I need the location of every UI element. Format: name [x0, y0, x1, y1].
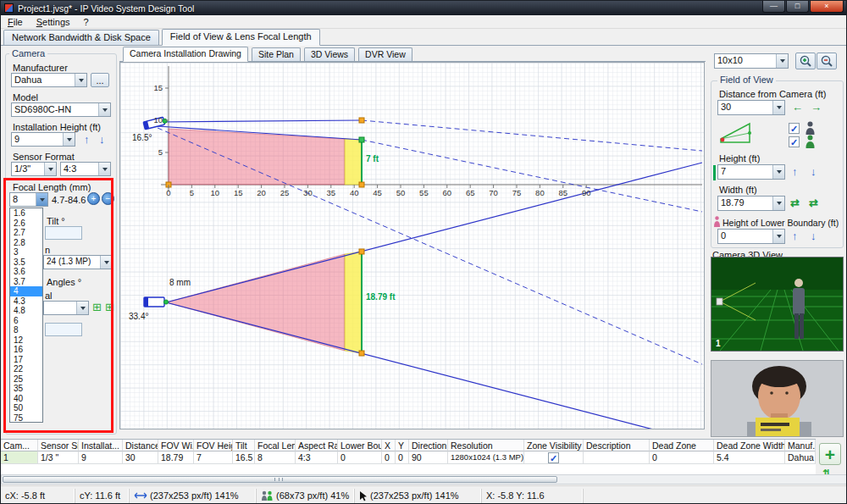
- dropdown-arrow-icon[interactable]: [63, 133, 75, 146]
- focal-option-22[interactable]: 22: [10, 364, 42, 374]
- col-dead-zone[interactable]: Dead Zone: [650, 440, 714, 451]
- focal-option-4.8[interactable]: 4.8: [10, 306, 42, 316]
- fov-height-combo[interactable]: 7: [717, 164, 785, 180]
- focal-helper-icon[interactable]: +: [87, 192, 100, 205]
- height-down-icon[interactable]: ↓: [99, 134, 105, 145]
- plan-target-zone[interactable]: [345, 252, 362, 353]
- fov-width-narrow-icon[interactable]: ⇄: [790, 197, 800, 208]
- tab-network-bandwidth[interactable]: Network Bandwidth & Disk Space: [3, 30, 159, 45]
- focal-option-35[interactable]: 35: [10, 384, 42, 394]
- cell-zone-visibility[interactable]: [524, 451, 584, 464]
- tab-3d-views[interactable]: 3D Views: [304, 47, 355, 61]
- cell-fov-width[interactable]: 18.79: [158, 451, 194, 464]
- focal-option-2.7[interactable]: 2.7: [10, 228, 42, 238]
- fov-width-combo[interactable]: 18.79: [717, 196, 785, 211]
- col-installation[interactable]: Installat...: [79, 440, 123, 451]
- zoom-in-button[interactable]: [795, 53, 816, 69]
- installation-drawing-canvas[interactable]: 16.5° 7 ft 8 mm 33.4° 18.79 ft 0510152: [119, 62, 705, 429]
- col-sensor-size[interactable]: Sensor Si...: [38, 440, 79, 451]
- close-button[interactable]: ×: [810, 1, 844, 13]
- show-person-checkbox[interactable]: [789, 123, 800, 134]
- distance-combo[interactable]: 30: [717, 100, 785, 115]
- focal-option-3.7[interactable]: 3.7: [10, 277, 42, 287]
- drag-handle[interactable]: [359, 182, 364, 187]
- sensor-format-combo[interactable]: 1/3": [11, 162, 57, 176]
- side-target-zone[interactable]: [345, 139, 362, 185]
- focal-option-50[interactable]: 50: [10, 403, 42, 413]
- col-zone-visibility[interactable]: Zone Visibility: [524, 440, 584, 451]
- dropdown-arrow-icon[interactable]: [776, 54, 788, 68]
- col-cam[interactable]: Cam...: [1, 440, 38, 451]
- focal-length-combo[interactable]: 8: [9, 192, 48, 207]
- focal-option-6[interactable]: 6: [10, 316, 42, 326]
- manufacturer-combo[interactable]: Dahua: [11, 73, 87, 87]
- cell-direction[interactable]: 90: [409, 451, 448, 464]
- focal-calc-icon[interactable]: −: [102, 192, 114, 205]
- col-distance[interactable]: Distance: [123, 440, 158, 451]
- cell-lower-boundary[interactable]: 0: [338, 451, 382, 464]
- lower-boundary-down-icon[interactable]: ↓: [811, 230, 817, 241]
- menu-file[interactable]: File: [1, 16, 30, 28]
- camera-3d-view[interactable]: 1: [711, 257, 844, 352]
- col-focal-length[interactable]: Focal Len...: [255, 440, 296, 451]
- focal-option-3.5[interactable]: 3.5: [10, 258, 42, 268]
- tab-site-plan[interactable]: Site Plan: [252, 47, 301, 61]
- height-up-icon[interactable]: ↑: [84, 134, 90, 145]
- resolution-combo[interactable]: 24 (1.3 MP): [43, 255, 113, 269]
- dropdown-arrow-icon[interactable]: [772, 197, 784, 210]
- focal-option-25[interactable]: 25: [10, 374, 42, 385]
- tab-camera-installation-drawing[interactable]: Camera Installation Drawing: [123, 47, 248, 62]
- focal-option-12[interactable]: 12: [10, 335, 42, 346]
- cell-dead-zone-width[interactable]: 5.4: [714, 451, 785, 464]
- cell-y[interactable]: 0: [396, 451, 409, 464]
- dropdown-arrow-icon[interactable]: [772, 230, 784, 243]
- col-fov-width[interactable]: FOV Wi...: [158, 440, 194, 451]
- lower-boundary-combo[interactable]: 0: [717, 229, 785, 244]
- distance-increase-icon[interactable]: →: [811, 102, 822, 113]
- focal-option-40[interactable]: 40: [10, 394, 42, 404]
- focal-option-4[interactable]: 4: [10, 286, 42, 296]
- col-description[interactable]: Description: [584, 440, 650, 451]
- cell-resolution[interactable]: 1280x1024 (1.3 MP): [448, 451, 524, 464]
- dropdown-arrow-icon[interactable]: [44, 163, 56, 175]
- cell-aspect-ratio[interactable]: 4:3: [296, 451, 338, 464]
- minimize-button[interactable]: —: [762, 1, 785, 13]
- cell-manufacturer[interactable]: Dahua: [785, 451, 816, 464]
- aspect-ratio-combo[interactable]: 4:3: [60, 162, 111, 176]
- cell-cam[interactable]: 1: [1, 451, 38, 464]
- dropdown-arrow-icon[interactable]: [772, 101, 784, 114]
- camera-icon-plan[interactable]: [144, 297, 169, 307]
- cell-distance[interactable]: 30: [123, 451, 158, 464]
- vertical-angle-field[interactable]: [45, 323, 82, 336]
- zone-visibility-checkbox[interactable]: [548, 452, 559, 463]
- drag-handle[interactable]: [359, 351, 364, 356]
- cell-x[interactable]: 0: [382, 451, 396, 464]
- cell-tilt[interactable]: 16.5: [233, 451, 255, 464]
- grid-tool-icon[interactable]: ⊞: [105, 302, 114, 313]
- drag-handle[interactable]: [359, 137, 364, 142]
- table-scrollbar[interactable]: [1, 474, 847, 485]
- col-fov-height[interactable]: FOV Heig...: [194, 440, 233, 451]
- focal-option-16[interactable]: 16: [10, 345, 42, 355]
- col-resolution[interactable]: Resolution: [448, 440, 524, 451]
- fov-height-down-icon[interactable]: ↓: [811, 166, 817, 177]
- tab-dvr-view[interactable]: DVR View: [358, 47, 412, 61]
- dropdown-arrow-icon[interactable]: [98, 163, 110, 175]
- cell-dead-zone[interactable]: 0: [650, 451, 714, 464]
- col-tilt[interactable]: Tilt: [233, 440, 255, 451]
- menu-settings[interactable]: Settings: [30, 16, 77, 28]
- drag-handle[interactable]: [359, 118, 364, 123]
- tab-field-of-view[interactable]: Field of View & Lens Focal Length: [162, 29, 320, 46]
- grid-size-combo[interactable]: 10x10: [714, 53, 789, 69]
- col-y[interactable]: Y: [396, 440, 409, 451]
- menu-help[interactable]: ?: [77, 16, 96, 28]
- col-lower-boundary[interactable]: Lower Bou...: [338, 440, 382, 451]
- fov-width-widen-icon[interactable]: ⇄: [809, 197, 818, 208]
- distance-decrease-icon[interactable]: ←: [792, 102, 803, 113]
- col-aspect-ratio[interactable]: Aspect Ra...: [296, 440, 338, 451]
- cell-focal-length[interactable]: 8: [255, 451, 296, 464]
- focal-option-17[interactable]: 17: [10, 355, 42, 365]
- grid-tool-icon[interactable]: ⊞: [92, 302, 102, 313]
- col-x[interactable]: X: [382, 440, 396, 451]
- maximize-button[interactable]: □: [786, 1, 809, 13]
